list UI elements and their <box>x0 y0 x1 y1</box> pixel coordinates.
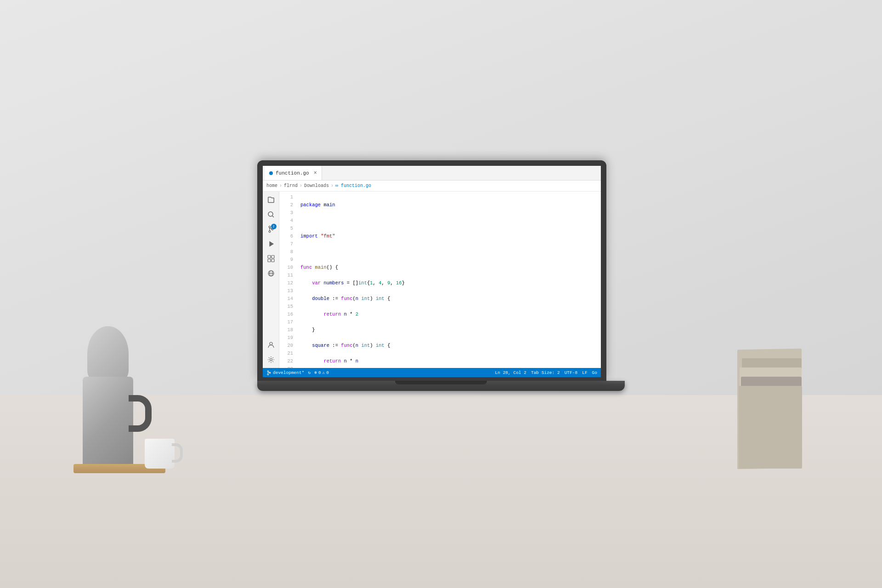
svg-line-1 <box>272 216 274 217</box>
debug-icon[interactable] <box>265 237 277 250</box>
svg-point-0 <box>268 212 273 216</box>
svg-rect-10 <box>268 259 271 262</box>
warning-count: 0 <box>326 370 329 375</box>
source-control-icon[interactable]: 2 <box>265 223 277 236</box>
cursor-position[interactable]: Ln 28, Col 2 <box>495 370 526 375</box>
status-branch[interactable]: development* <box>266 370 304 375</box>
files-icon[interactable] <box>265 193 277 206</box>
breadcrumb-file: ∞ function.go <box>335 183 371 188</box>
vscode-editor: function.go × home › flrnd › Downloads ›… <box>263 166 601 377</box>
error-count: 0 <box>318 370 321 375</box>
remote-icon[interactable] <box>265 267 277 280</box>
svg-point-15 <box>270 342 272 345</box>
svg-rect-8 <box>268 255 271 258</box>
svg-marker-7 <box>270 242 273 246</box>
error-icon: ⊗ <box>314 370 317 375</box>
laptop-base <box>257 381 625 391</box>
svg-point-17 <box>267 370 269 372</box>
file-tab[interactable]: function.go × <box>265 166 322 180</box>
title-bar: function.go × <box>263 166 601 181</box>
status-errors[interactable]: ⊗ 0 ⚠ 0 <box>314 370 329 375</box>
scene: function.go × home › flrnd › Downloads ›… <box>0 0 882 588</box>
breadcrumb: home › flrnd › Downloads › ∞ function.go <box>263 181 601 192</box>
tab-size[interactable]: Tab Size: 2 <box>531 370 560 375</box>
search-icon[interactable] <box>265 208 277 221</box>
status-sync[interactable]: ↻ <box>308 370 311 375</box>
breadcrumb-downloads: Downloads <box>304 183 329 188</box>
coffee-maker-handle <box>129 395 152 432</box>
warning-icon: ⚠ <box>322 370 325 375</box>
svg-rect-9 <box>271 255 274 258</box>
line-numbers: 12345 678910 1112131415 1617181920 21222… <box>279 192 297 368</box>
coffee-maker-top <box>87 326 129 381</box>
coffee-maker-body <box>83 377 133 469</box>
source-control-badge: 2 <box>271 224 277 229</box>
settings-icon[interactable] <box>265 353 277 366</box>
laptop-base-indent <box>395 381 487 384</box>
svg-point-16 <box>270 359 272 361</box>
tab-filename: function.go <box>276 170 309 176</box>
breadcrumb-home: home <box>266 183 277 188</box>
coffee-maker <box>74 331 152 469</box>
laptop-screen: function.go × home › flrnd › Downloads ›… <box>257 160 606 381</box>
status-right: Ln 28, Col 2 Tab Size: 2 UTF-8 LF Go <box>495 370 597 375</box>
line-ending[interactable]: LF <box>582 370 587 375</box>
language-mode[interactable]: Go <box>592 370 597 375</box>
breadcrumb-flrnd: flrnd <box>284 183 298 188</box>
code-content[interactable]: package main import "fmt" func main() { … <box>297 192 601 368</box>
go-file-icon <box>269 171 273 175</box>
svg-point-2 <box>269 226 271 228</box>
svg-point-18 <box>267 373 269 375</box>
encoding[interactable]: UTF-8 <box>565 370 578 375</box>
activity-bar: 2 <box>263 192 279 368</box>
coffee-mug <box>145 439 175 469</box>
user-icon[interactable] <box>265 339 277 351</box>
svg-point-3 <box>269 231 271 232</box>
books-stack <box>737 340 811 469</box>
status-bar: development* ↻ ⊗ 0 ⚠ 0 Ln 28, Col 2 Tab … <box>263 368 601 377</box>
laptop: function.go × home › flrnd › Downloads ›… <box>257 160 625 391</box>
editor-body: 2 <box>263 192 601 368</box>
status-branch-label: development* <box>273 370 304 375</box>
code-area: 12345 678910 1112131415 1617181920 21222… <box>279 192 601 368</box>
tab-close-button[interactable]: × <box>314 170 317 176</box>
svg-rect-11 <box>271 259 274 262</box>
sync-icon: ↻ <box>308 370 311 375</box>
extensions-icon[interactable] <box>265 252 277 265</box>
